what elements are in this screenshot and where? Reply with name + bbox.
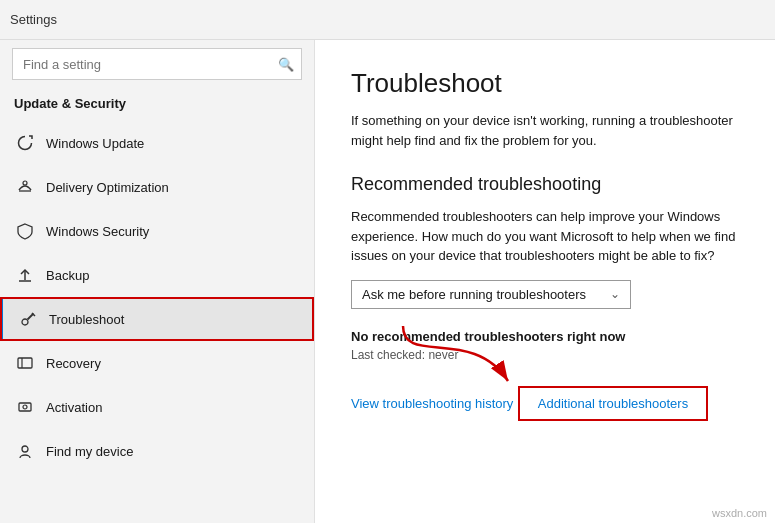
- recommended-heading: Recommended troubleshooting: [351, 174, 739, 195]
- dropdown-value: Ask me before running troubleshooters: [362, 287, 586, 302]
- chevron-down-icon: ⌄: [610, 287, 620, 301]
- sidebar-item-recovery[interactable]: Recovery: [0, 341, 314, 385]
- no-troubleshooters-text: No recommended troubleshooters right now: [351, 329, 739, 344]
- page-description: If something on your device isn't workin…: [351, 111, 739, 150]
- svg-point-10: [23, 405, 27, 409]
- sidebar-item-activation[interactable]: Activation: [0, 385, 314, 429]
- sidebar-item-label: Backup: [46, 268, 89, 283]
- additional-troubleshooters-button[interactable]: Additional troubleshooters: [518, 386, 708, 421]
- activation-icon: [14, 396, 36, 418]
- topbar: Settings: [0, 0, 775, 40]
- svg-point-11: [22, 446, 28, 452]
- recovery-icon: [14, 352, 36, 374]
- delivery-optimization-icon: [14, 176, 36, 198]
- sidebar-item-label: Find my device: [46, 444, 133, 459]
- windows-security-icon: [14, 220, 36, 242]
- sidebar-item-windows-update[interactable]: Windows Update: [0, 121, 314, 165]
- svg-rect-7: [18, 358, 32, 368]
- sidebar-item-label: Windows Update: [46, 136, 144, 151]
- last-checked-text: Last checked: never: [351, 348, 739, 362]
- search-input[interactable]: [12, 48, 302, 80]
- sidebar-item-find-my-device[interactable]: Find my device: [0, 429, 314, 473]
- additional-troubleshooters-container: Additional troubleshooters: [518, 386, 708, 421]
- topbar-title: Settings: [10, 12, 57, 27]
- windows-update-icon: [14, 132, 36, 154]
- troubleshoot-dropdown[interactable]: Ask me before running troubleshooters ⌄: [351, 280, 631, 309]
- watermark: wsxdn.com: [712, 507, 767, 519]
- sidebar-section-title: Update & Security: [0, 92, 314, 121]
- sidebar-item-windows-security[interactable]: Windows Security: [0, 209, 314, 253]
- sidebar-item-label: Windows Security: [46, 224, 149, 239]
- sidebar-item-label: Troubleshoot: [49, 312, 124, 327]
- page-title: Troubleshoot: [351, 68, 739, 99]
- sidebar-item-label: Recovery: [46, 356, 101, 371]
- sidebar: 🔍 Update & Security Windows Update D: [0, 40, 315, 523]
- svg-rect-9: [19, 403, 31, 411]
- find-my-device-icon: [14, 440, 36, 462]
- backup-icon: [14, 264, 36, 286]
- view-history-link[interactable]: View troubleshooting history: [351, 396, 513, 411]
- sidebar-item-delivery-optimization[interactable]: Delivery Optimization: [0, 165, 314, 209]
- svg-point-4: [22, 319, 28, 325]
- svg-point-0: [23, 181, 27, 185]
- sidebar-item-label: Delivery Optimization: [46, 180, 169, 195]
- main-layout: 🔍 Update & Security Windows Update D: [0, 40, 775, 523]
- recommended-description: Recommended troubleshooters can help imp…: [351, 207, 739, 266]
- search-box[interactable]: 🔍: [12, 48, 302, 80]
- sidebar-item-label: Activation: [46, 400, 102, 415]
- search-icon: 🔍: [278, 57, 294, 72]
- sidebar-item-troubleshoot[interactable]: Troubleshoot: [0, 297, 314, 341]
- troubleshoot-icon: [17, 308, 39, 330]
- sidebar-item-backup[interactable]: Backup: [0, 253, 314, 297]
- content-area: Troubleshoot If something on your device…: [315, 40, 775, 523]
